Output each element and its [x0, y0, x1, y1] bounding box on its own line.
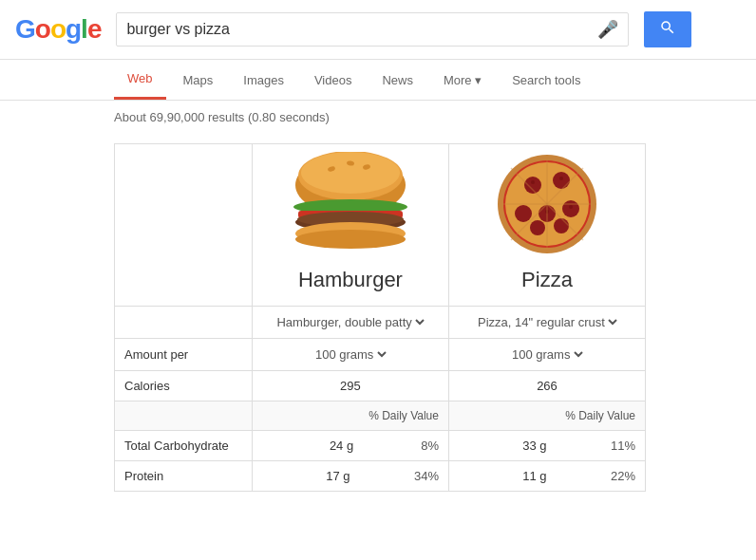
table-row-images: Hamburger — [115, 144, 646, 307]
carbs-label: Total Carbohydrate — [115, 431, 253, 461]
empty-label-cell — [115, 144, 253, 307]
navigation: Web Maps Images Videos News More ▾ Searc… — [0, 60, 756, 101]
burger-calories: 295 — [252, 371, 448, 401]
nav-item-news[interactable]: News — [369, 62, 426, 99]
table-row-calories: Calories 295 266 — [115, 371, 646, 401]
pizza-amount-cell: 100 grams — [448, 339, 645, 371]
microphone-icon[interactable]: 🎤 — [597, 19, 618, 40]
pizza-type-select[interactable]: Pizza, 14" regular crust — [474, 314, 620, 330]
pizza-amount-select[interactable]: 100 grams — [508, 346, 586, 363]
results-summary: About 69,90,000 results (0.80 seconds) — [0, 101, 756, 134]
burger-protein-val: 17 g — [326, 469, 350, 483]
nav-item-more[interactable]: More ▾ — [430, 62, 495, 99]
burger-type-select[interactable]: Hamburger, double patty — [273, 314, 427, 330]
burger-type-dropdown-cell: Hamburger, double patty — [252, 307, 448, 339]
burger-amount-select[interactable]: 100 grams — [312, 346, 389, 363]
svg-point-22 — [531, 180, 535, 184]
svg-point-24 — [569, 205, 573, 209]
burger-protein-cell: 17 g 34% — [252, 461, 448, 492]
svg-point-20 — [530, 220, 545, 235]
pizza-protein-cell: 11 g 22% — [448, 461, 645, 492]
table-row-carbs: Total Carbohydrate 24 g 8% 33 g 11% — [115, 431, 646, 461]
protein-label: Protein — [115, 461, 253, 492]
pizza-name: Pizza — [459, 262, 635, 298]
svg-point-2 — [301, 152, 400, 194]
nav-item-search-tools[interactable]: Search tools — [499, 62, 594, 99]
search-bar: burger vs pizza 🎤 — [116, 12, 629, 47]
svg-point-23 — [559, 177, 563, 180]
pizza-carbs-pct: 11% — [611, 439, 635, 453]
burger-name: Hamburger — [262, 262, 439, 298]
burger-amount-cell: 100 grams — [252, 339, 448, 371]
nav-item-images[interactable]: Images — [230, 62, 297, 99]
burger-carbs-cell: 24 g 8% — [252, 431, 448, 461]
svg-point-15 — [524, 177, 541, 194]
burger-carbs-val: 24 g — [330, 439, 353, 453]
search-button[interactable] — [644, 11, 691, 47]
header: Google burger vs pizza 🎤 — [0, 0, 756, 60]
comparison-section: Hamburger — [0, 134, 756, 501]
svg-point-11 — [295, 230, 406, 249]
table-row-protein: Protein 17 g 34% 11 g 22% — [115, 461, 646, 492]
table-row-type: Hamburger, double patty Pizza, 14" regul… — [115, 307, 646, 339]
burger-image-cell: Hamburger — [252, 144, 448, 307]
svg-point-21 — [554, 218, 569, 233]
pizza-image-cell: Pizza — [448, 144, 645, 307]
type-label-empty — [115, 307, 253, 339]
svg-point-19 — [515, 205, 532, 222]
pizza-carbs-cell: 33 g 11% — [448, 431, 645, 461]
nav-item-web[interactable]: Web — [114, 60, 166, 100]
calories-label: Calories — [115, 371, 253, 401]
nav-item-videos[interactable]: Videos — [301, 62, 366, 99]
pizza-image — [495, 152, 599, 256]
table-row-amount: Amount per 100 grams 100 grams — [115, 339, 646, 371]
google-logo: Google — [15, 14, 101, 45]
pizza-calories: 266 — [448, 371, 645, 401]
pizza-protein-pct: 22% — [611, 469, 635, 483]
nav-item-maps[interactable]: Maps — [170, 62, 227, 99]
search-input[interactable]: burger vs pizza — [126, 21, 590, 38]
burger-daily-header: % Daily Value — [252, 401, 448, 431]
pizza-daily-header: % Daily Value — [448, 401, 645, 431]
table-row-daily-header: % Daily Value % Daily Value — [115, 401, 646, 431]
daily-label-empty — [115, 401, 253, 431]
pizza-protein-val: 11 g — [522, 469, 546, 483]
amount-label: Amount per — [115, 339, 253, 371]
pizza-type-dropdown-cell: Pizza, 14" regular crust — [448, 307, 645, 339]
burger-image — [289, 152, 412, 256]
burger-carbs-pct: 8% — [421, 439, 439, 453]
burger-protein-pct: 34% — [414, 469, 439, 483]
comparison-table: Hamburger — [114, 143, 646, 492]
pizza-carbs-val: 33 g — [522, 439, 546, 453]
